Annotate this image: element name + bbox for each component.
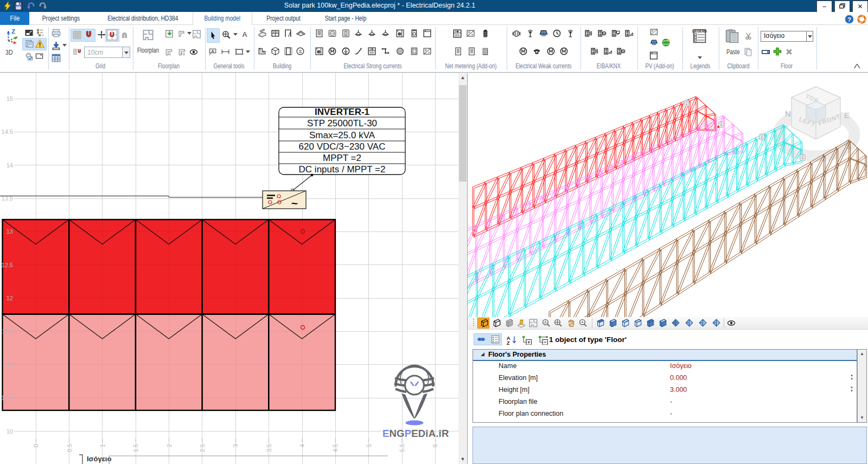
svg-text:Wh: Wh [455, 33, 460, 37]
svg-text:ENGPEDiA.iR: ENGPEDiA.iR [382, 428, 449, 439]
svg-text:Ισόγειο: Ισόγειο [87, 455, 111, 463]
svg-text:?: ? [847, 16, 851, 23]
svg-text:Z: Z [11, 28, 15, 35]
svg-text:2: 2 [166, 444, 173, 447]
svg-text:6: 6 [432, 444, 438, 447]
svg-text:Smax=25.0 kVA: Smax=25.0 kVA [309, 130, 375, 140]
svg-text:1: 1 [99, 444, 106, 447]
svg-text:10: 10 [7, 428, 13, 435]
svg-text:11: 11 [7, 362, 13, 368]
svg-text:3.5: 3.5 [266, 444, 272, 452]
svg-text:MPPT =2: MPPT =2 [323, 153, 361, 163]
svg-text:0: 0 [33, 444, 39, 447]
svg-text:N: N [785, 109, 791, 118]
svg-text:~: ~ [291, 197, 298, 209]
svg-text:10.5: 10.5 [2, 395, 13, 401]
svg-text:12.5: 12.5 [2, 262, 13, 268]
svg-text:Z: Z [507, 340, 510, 345]
svg-text:4.5: 4.5 [332, 444, 339, 452]
svg-text:A: A [211, 49, 214, 54]
svg-text:S: S [299, 49, 302, 54]
svg-text:5.5: 5.5 [399, 444, 405, 452]
svg-text:A: A [544, 320, 547, 324]
svg-text:Wh: Wh [369, 51, 374, 54]
svg-text:INVERTER-1: INVERTER-1 [315, 107, 369, 117]
svg-text:5: 5 [366, 444, 372, 447]
svg-text:13: 13 [7, 228, 13, 235]
svg-text:4: 4 [299, 444, 305, 447]
svg-text:3: 3 [232, 444, 239, 447]
svg-text:DC inputs / MPPT =2: DC inputs / MPPT =2 [299, 164, 386, 175]
svg-text:14.5: 14.5 [2, 128, 13, 135]
svg-text:0.5: 0.5 [66, 444, 73, 452]
svg-text:2.5: 2.5 [199, 444, 206, 452]
svg-text:15: 15 [7, 95, 13, 102]
svg-text:1.5: 1.5 [132, 444, 139, 452]
svg-text:12: 12 [7, 295, 13, 301]
svg-text:14: 14 [7, 162, 13, 169]
svg-text:620 VDC/3~230 VAC: 620 VDC/3~230 VAC [299, 141, 386, 152]
svg-text:11.5: 11.5 [2, 328, 13, 334]
svg-text:A: A [242, 30, 247, 38]
svg-text:STP 25000TL-30: STP 25000TL-30 [307, 118, 377, 128]
svg-text:E: E [844, 111, 850, 120]
svg-text:LEGEND: LEGEND [692, 29, 707, 33]
